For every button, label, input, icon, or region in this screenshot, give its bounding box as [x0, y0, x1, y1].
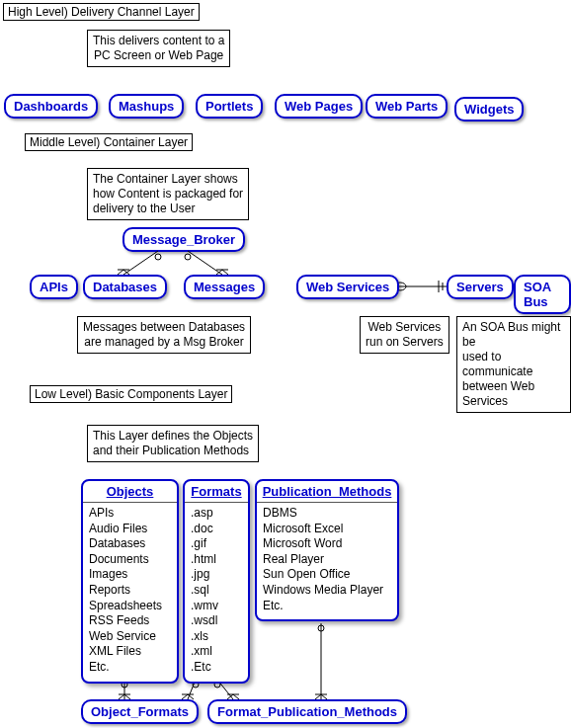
diagram-canvas: High Level) Delivery Channel Layer This … — [0, 0, 571, 728]
node-messages: Messages — [184, 275, 265, 299]
node-web-services: Web Services — [296, 275, 399, 299]
entity-publication-methods: Publication_Methods DBMSMicrosoft ExcelM… — [255, 479, 399, 621]
entity-objects-title: Objects — [83, 481, 177, 503]
note-soa-comm: An SOA Bus might beused to communicatebe… — [456, 316, 571, 413]
entity-formats-title: Formats — [185, 481, 248, 503]
svg-point-1 — [155, 254, 161, 260]
svg-line-5 — [188, 251, 222, 275]
svg-line-0 — [123, 251, 158, 275]
entity-publication-methods-body: DBMSMicrosoft ExcelMicrosoft WordReal Pl… — [257, 503, 397, 619]
node-databases: Databases — [83, 275, 167, 299]
note-ws-servers: Web Servicesrun on Servers — [360, 316, 449, 354]
node-soa-bus: SOA Bus — [514, 275, 571, 314]
low-level-title: Low Level) Basic Components Layer — [30, 385, 232, 403]
entity-formats-body: .asp.doc.gif.html.jpg.sql.wmv.wsdl.xls.x… — [185, 503, 248, 682]
low-level-desc: This Layer defines the Objectsand their … — [87, 425, 259, 462]
svg-point-6 — [185, 254, 191, 260]
entity-objects: Objects APIsAudio FilesDatabasesDocument… — [81, 479, 179, 684]
entity-object-formats: Object_Formats — [81, 699, 199, 724]
node-apis: APIs — [30, 275, 78, 299]
entity-format-publication-methods: Format_Publication_Methods — [207, 699, 407, 724]
entity-publication-methods-title: Publication_Methods — [257, 481, 397, 503]
entity-objects-body: APIsAudio FilesDatabasesDocumentsImagesR… — [83, 503, 177, 682]
entity-formats: Formats .asp.doc.gif.html.jpg.sql.wmv.ws… — [183, 479, 250, 684]
note-msg-broker: Messages between Databasesare managed by… — [77, 316, 251, 354]
node-servers: Servers — [447, 275, 514, 299]
